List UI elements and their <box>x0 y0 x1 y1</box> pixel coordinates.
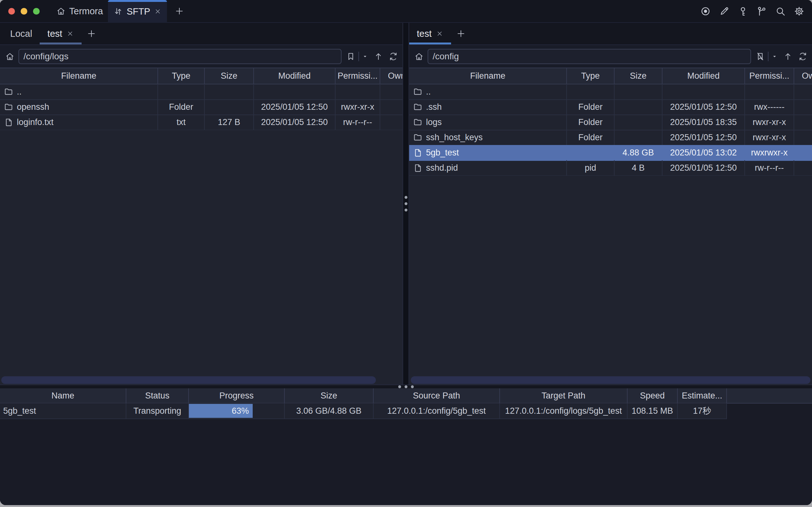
transfers-panel: Name Status Progress Size Source Path Ta… <box>0 388 812 505</box>
column-header-speed[interactable]: Speed <box>628 388 678 403</box>
right-table-empty-area <box>409 176 812 385</box>
table-row-logs[interactable]: logs Folder 2025/01/05 18:35 rwxr-xr-x <box>409 115 812 130</box>
column-header-status[interactable]: Status <box>126 388 189 403</box>
column-header-progress[interactable]: Progress <box>189 388 285 403</box>
tab-termora[interactable]: Termora <box>56 6 103 16</box>
table-row-openssh[interactable]: openssh Folder 2025/01/05 12:50 rwxr-xr-… <box>0 100 402 115</box>
left-path-input[interactable] <box>18 49 341 64</box>
close-icon[interactable] <box>66 30 74 38</box>
column-header-type[interactable]: Type <box>158 68 205 84</box>
scrollbar-thumb[interactable] <box>1 376 376 384</box>
cell-filename: .ssh <box>426 102 442 112</box>
arrow-up-icon[interactable] <box>783 52 793 61</box>
table-row-sshd-pid[interactable]: sshd.pid pid 4 B 2025/01/05 12:50 rw-r--… <box>409 161 812 176</box>
transfers-splitter-horizontal[interactable] <box>0 385 812 388</box>
file-icon <box>413 148 423 157</box>
caret-down-icon[interactable] <box>771 53 778 60</box>
tab-sftp[interactable]: SFTP <box>108 0 167 23</box>
cell-owner <box>794 160 812 176</box>
left-path-actions <box>341 52 402 61</box>
close-icon[interactable] <box>154 8 162 15</box>
close-icon[interactable] <box>436 30 443 38</box>
column-header-modified[interactable]: Modified <box>662 68 745 84</box>
column-header-estimate[interactable]: Estimate... <box>678 388 727 403</box>
cell-owner <box>794 115 812 130</box>
column-header-size[interactable]: Size <box>205 68 254 84</box>
transfer-row-5gb-test[interactable]: 5gb_test Transporting 63% 3.06 GB/4.88 G… <box>0 404 812 419</box>
refresh-icon[interactable] <box>388 52 398 61</box>
home-icon[interactable] <box>5 52 15 61</box>
column-header-filename[interactable]: Filename <box>0 68 158 84</box>
column-header-size[interactable]: Size <box>614 68 662 84</box>
settings-gear-icon[interactable] <box>794 6 804 16</box>
cell-size <box>614 115 662 130</box>
cell-permissions: rwx------ <box>745 99 794 115</box>
pane-splitter-vertical[interactable] <box>402 23 409 385</box>
table-row-ssh[interactable]: .ssh Folder 2025/01/05 12:50 rwx------ <box>409 100 812 115</box>
column-header-type[interactable]: Type <box>567 68 614 84</box>
divider <box>359 52 359 61</box>
tab-test-left-label: test <box>47 29 62 39</box>
table-row-ssh-host-keys[interactable]: ssh_host_keys Folder 2025/01/05 12:50 rw… <box>409 130 812 145</box>
column-header-filename[interactable]: Filename <box>409 68 567 84</box>
new-window-tab-button[interactable] <box>175 6 184 16</box>
cell-type: Folder <box>567 99 614 115</box>
transfer-icon <box>113 7 123 16</box>
column-header-owner[interactable]: Owner <box>380 68 402 84</box>
cell-filename: sshd.pid <box>426 163 458 173</box>
transfer-speed: 108.15 MB <box>628 403 678 419</box>
cell-size <box>205 84 254 100</box>
caret-down-icon[interactable] <box>362 53 368 60</box>
splitter-grip-icon <box>398 386 414 388</box>
tab-test-left[interactable]: test <box>40 23 82 44</box>
close-window-button[interactable] <box>8 8 15 15</box>
folder-icon <box>4 87 13 97</box>
tab-sftp-label: SFTP <box>127 6 150 17</box>
column-header-size[interactable]: Size <box>285 388 374 403</box>
record-icon[interactable] <box>700 6 711 16</box>
column-header-modified[interactable]: Modified <box>254 68 335 84</box>
column-header-owner[interactable]: Owner <box>794 68 812 84</box>
scrollbar-thumb[interactable] <box>411 376 810 384</box>
column-header-permissions[interactable]: Permissi... <box>335 68 380 84</box>
column-header-permissions[interactable]: Permissi... <box>745 68 794 84</box>
tab-test-right[interactable]: test <box>409 23 451 44</box>
right-path-actions <box>751 52 812 61</box>
splitter-grip-icon <box>404 196 407 212</box>
table-row-parent-dir[interactable]: .. <box>409 84 812 100</box>
cell-modified: 2025/01/05 12:50 <box>254 99 335 115</box>
table-row-parent-dir[interactable]: .. <box>0 84 402 100</box>
cell-owner <box>380 99 402 115</box>
right-path-input[interactable] <box>428 49 751 64</box>
edit-icon[interactable] <box>719 6 729 16</box>
refresh-icon[interactable] <box>798 52 808 61</box>
arrow-up-icon[interactable] <box>374 52 383 61</box>
bookmark-off-icon[interactable] <box>756 52 765 61</box>
tab-local[interactable]: Local <box>3 23 40 44</box>
home-icon[interactable] <box>414 52 424 61</box>
table-row-5gb-test-selected[interactable]: 5gb_test 4.88 GB 2025/01/05 13:02 rwxrwx… <box>409 145 812 161</box>
plus-icon <box>456 29 466 38</box>
minimize-window-button[interactable] <box>21 8 27 15</box>
right-new-tab-button[interactable] <box>451 23 471 44</box>
cell-modified <box>254 84 335 100</box>
cell-type <box>158 84 205 100</box>
cell-filename: loginfo.txt <box>17 117 54 127</box>
cell-permissions: rwxr-xr-x <box>335 99 380 115</box>
cell-modified: 2025/01/05 18:35 <box>662 115 745 130</box>
active-tab-accent <box>108 0 167 2</box>
key-icon[interactable] <box>738 6 748 16</box>
cell-owner <box>794 145 812 161</box>
column-header-name[interactable]: Name <box>0 388 126 403</box>
column-header-target-path[interactable]: Target Path <box>500 388 628 403</box>
cell-size <box>614 84 662 100</box>
cell-permissions: rw-r--r-- <box>335 115 380 130</box>
column-header-source-path[interactable]: Source Path <box>374 388 500 403</box>
cell-filename: .. <box>426 87 431 97</box>
maximize-window-button[interactable] <box>33 8 40 15</box>
left-new-tab-button[interactable] <box>82 23 101 44</box>
search-icon[interactable] <box>775 6 786 16</box>
branch-icon[interactable] <box>756 6 767 16</box>
table-row-loginfo[interactable]: loginfo.txt txt 127 B 2025/01/05 12:50 r… <box>0 115 402 130</box>
bookmark-icon[interactable] <box>346 52 356 61</box>
